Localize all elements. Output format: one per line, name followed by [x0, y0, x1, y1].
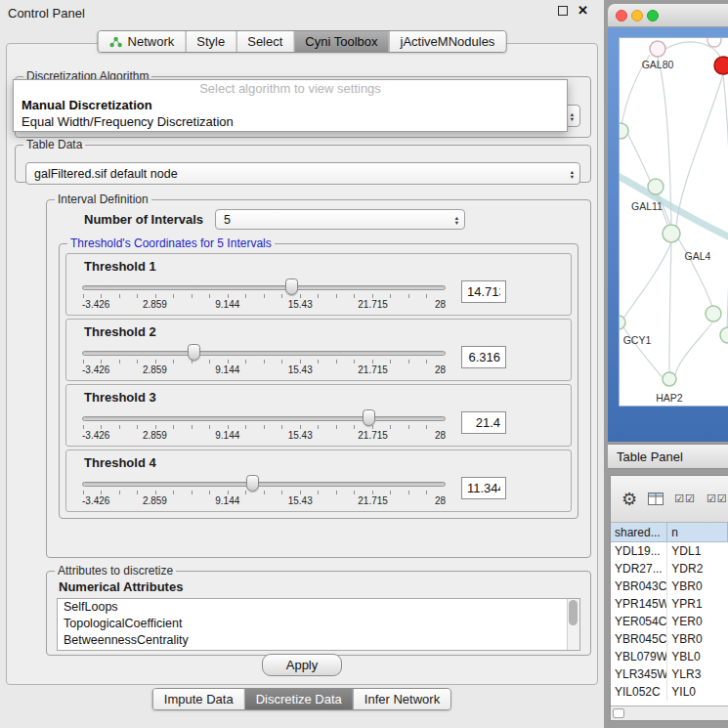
popup-option-manual-discretization[interactable]: Manual Discretization [14, 97, 567, 113]
network-node-gal80[interactable] [650, 41, 665, 57]
table-row[interactable]: YPR145WYPR1 [611, 595, 728, 613]
table-cell[interactable]: YER0 [667, 613, 728, 630]
tab-jactivemnodules[interactable]: jActiveMNodules [389, 31, 506, 52]
slider-thumb[interactable] [363, 409, 375, 426]
tab-discretize-data[interactable]: Discretize Data [244, 689, 353, 709]
table-row[interactable]: YBR043CYBR0 [611, 578, 728, 595]
scrollbar-thumb[interactable] [613, 708, 624, 718]
tick-label: 9.144 [215, 495, 239, 506]
tick-label: 2.859 [143, 430, 167, 441]
table-row[interactable]: YIL052CYIL0 [611, 683, 728, 701]
network-node[interactable] [720, 327, 728, 343]
select-columns-icon[interactable]: ☑☑ [674, 492, 696, 505]
gear-icon[interactable]: ⚙ [621, 491, 637, 508]
node-label-gal80: GAL80 [642, 59, 674, 70]
threshold-3-label: Threshold 3 [84, 390, 563, 405]
threshold-1-value-field[interactable] [461, 280, 506, 303]
list-item[interactable]: SelfLoops [58, 599, 579, 616]
tab-style[interactable]: Style [185, 31, 236, 52]
network-node-gal11[interactable] [648, 179, 664, 194]
table-cell[interactable]: YDL1 [667, 542, 728, 560]
slider-tickmarks [83, 360, 445, 364]
table-cell[interactable]: YLR3 [667, 665, 728, 683]
columns-icon[interactable] [648, 492, 664, 505]
horizontal-scrollbar[interactable] [611, 706, 728, 720]
slider-track[interactable] [82, 285, 446, 290]
number-of-intervals-combobox[interactable]: 5 ▴▾ [215, 209, 465, 230]
table-cell[interactable]: YBR0 [667, 630, 728, 648]
vertical-scrollbar[interactable] [567, 599, 579, 650]
network-node-gal4[interactable] [663, 225, 680, 242]
slider-tickmarks [83, 294, 445, 298]
tick-label: 9.144 [215, 364, 239, 375]
table-data-combobox[interactable]: galFiltered.sif default node ▴▾ [25, 162, 580, 185]
table-cell[interactable]: YDR2 [667, 560, 728, 578]
table-row[interactable]: YER054CYER0 [611, 613, 728, 630]
network-node-hap2[interactable] [663, 372, 676, 386]
table-cell[interactable]: YBR0 [667, 578, 728, 595]
column-header-shared-name[interactable]: shared... [611, 523, 667, 542]
slider-track[interactable] [82, 351, 446, 356]
table-cell[interactable]: YER054C [611, 613, 667, 630]
popup-option-equal-width-frequency[interactable]: Equal Width/Frequency Discretization [14, 113, 567, 130]
table-cell[interactable]: YIL0 [667, 683, 728, 701]
slider-track[interactable] [82, 482, 446, 487]
table-cell[interactable]: YIL052C [611, 683, 667, 701]
tick-label: 28 [435, 364, 446, 375]
table-cell[interactable]: YBL0 [667, 648, 728, 665]
table-cell[interactable]: YDR27... [611, 560, 667, 578]
slider-thumb[interactable] [246, 475, 259, 492]
list-item[interactable]: TopologicalCoefficient [58, 616, 579, 632]
network-node[interactable] [706, 306, 721, 321]
table-cell[interactable]: YDL19... [611, 542, 667, 560]
slider-thumb[interactable] [188, 344, 200, 361]
table-row[interactable]: YLR345WYLR3 [611, 665, 728, 683]
table-cell[interactable]: YBR043C [611, 578, 667, 595]
mac-minimize-button[interactable] [631, 10, 643, 21]
threshold-2-value-field[interactable] [461, 346, 506, 368]
table-row[interactable]: YBR045CYBR0 [611, 630, 728, 648]
table-panel-window: ⚙ ☑☑ ☑☑ shared... n YDL19...YDL1YDR27...… [610, 475, 728, 721]
table-cell[interactable]: YPR1 [667, 595, 728, 613]
mac-zoom-button[interactable] [647, 10, 659, 21]
table-cell[interactable]: YBR045C [611, 630, 667, 648]
table-cell[interactable]: YPR145W [611, 595, 667, 613]
network-node[interactable] [620, 123, 628, 139]
slider-track[interactable] [82, 416, 446, 421]
tab-label: Network [128, 34, 175, 49]
popup-placeholder: Select algorithm to view settings [14, 80, 567, 97]
numerical-attributes-list[interactable]: SelfLoopsTopologicalCoefficientBetweenne… [57, 598, 580, 651]
network-node[interactable] [707, 38, 721, 47]
network-node-selected-red[interactable] [714, 57, 728, 74]
close-icon[interactable]: ✕ [578, 6, 588, 16]
threshold-2-slider[interactable]: -3.4262.8599.14415.4321.71528 [82, 342, 446, 378]
threshold-3-value-field[interactable] [461, 411, 506, 434]
tab-select[interactable]: Select [236, 31, 293, 52]
table-cell[interactable]: YBL079W [611, 648, 667, 665]
threshold-4-slider[interactable]: -3.4262.8599.14415.4321.71528 [82, 473, 446, 509]
mac-close-button[interactable] [616, 10, 627, 21]
threshold-3-slider[interactable]: -3.4262.8599.14415.4321.71528 [82, 407, 446, 444]
network-canvas[interactable]: GAL80 GAL11 GAL4 GCY1 HAP2 [619, 37, 728, 407]
threshold-1-slider[interactable]: -3.4262.8599.14415.4321.71528 [82, 277, 446, 313]
network-node-gcy1[interactable] [620, 316, 625, 329]
threshold-4-value-field[interactable] [461, 477, 506, 499]
slider-thumb[interactable] [285, 278, 298, 295]
tab-network[interactable]: Network [99, 31, 186, 52]
scrollbar-thumb[interactable] [569, 600, 578, 625]
list-item[interactable]: BetweennessCentrality [58, 632, 579, 649]
select-rows-icon[interactable]: ☑☑ [707, 492, 728, 505]
tab-impute-data[interactable]: Impute Data [153, 689, 244, 709]
tab-infer-network[interactable]: Infer Network [353, 689, 450, 709]
tick-label: 9.144 [215, 430, 239, 441]
table-row[interactable]: YDL19...YDL1 [611, 542, 728, 560]
table-row[interactable]: YDR27...YDR2 [611, 560, 728, 578]
tab-cyni-toolbox[interactable]: Cyni Toolbox [293, 31, 388, 52]
table-cell[interactable]: YLR345W [611, 665, 667, 683]
apply-button[interactable]: Apply [262, 654, 343, 676]
tab-label: Discretize Data [256, 692, 342, 707]
column-header-name[interactable]: n [667, 523, 728, 542]
tab-label: Style [196, 34, 225, 49]
float-window-icon[interactable] [558, 6, 568, 16]
table-row[interactable]: YBL079WYBL0 [611, 648, 728, 665]
